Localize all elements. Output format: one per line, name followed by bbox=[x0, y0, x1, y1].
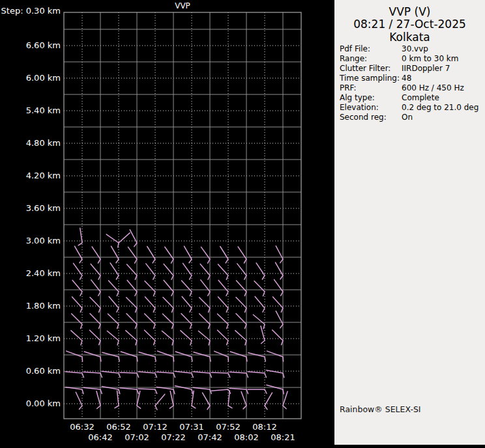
wind-barb bbox=[145, 297, 155, 313]
metadata-value: 30.vvp bbox=[402, 44, 483, 54]
wind-barb bbox=[108, 314, 119, 329]
wind-barb bbox=[75, 246, 83, 263]
wind-barb bbox=[83, 387, 102, 393]
metadata-label: Alg type: bbox=[340, 93, 402, 103]
wind-barb bbox=[139, 352, 156, 361]
wind-barb bbox=[126, 331, 137, 345]
wind-barb bbox=[265, 393, 272, 410]
wind-profile-chart: VVP Step: 0.30 km 6.60 km6.00 km5.40 km4… bbox=[0, 0, 334, 448]
wind-barb bbox=[237, 264, 246, 279]
wind-barb bbox=[272, 330, 283, 345]
wind-barb bbox=[90, 330, 101, 345]
metadata-row: PRF:600 Hz / 450 Hz bbox=[340, 83, 483, 93]
wind-barb bbox=[111, 246, 119, 263]
wind-profile-plot-canvas bbox=[0, 0, 334, 448]
wind-barb bbox=[130, 230, 137, 247]
wind-barb bbox=[201, 247, 211, 263]
y-axis-label: 0.00 km bbox=[0, 399, 61, 409]
x-axis-time-label: 07:31 bbox=[173, 423, 210, 432]
y-axis-label: 3.00 km bbox=[0, 236, 61, 246]
wind-barb bbox=[255, 296, 265, 312]
metadata-value: 0 km to 30 km bbox=[402, 54, 483, 64]
wind-barb bbox=[91, 280, 100, 296]
wind-barb bbox=[146, 264, 155, 279]
y-axis-label: 4.20 km bbox=[0, 171, 61, 181]
wind-barb bbox=[78, 228, 82, 245]
wind-barb bbox=[181, 314, 192, 329]
station-name: Kolkata bbox=[334, 31, 485, 44]
wind-barb bbox=[182, 296, 192, 312]
x-axis-time-label: 07:22 bbox=[155, 433, 192, 442]
wind-barb bbox=[164, 264, 173, 279]
wind-barb bbox=[266, 371, 284, 378]
metadata-row: Second reg:On bbox=[340, 113, 483, 122]
wind-barb bbox=[162, 331, 173, 345]
metadata-value: 600 Hz / 450 Hz bbox=[402, 83, 483, 93]
wind-barb bbox=[273, 297, 283, 313]
wind-barb bbox=[218, 264, 228, 280]
info-panel: VVP (V) 08:21 / 27-Oct-2025 Kolkata Pdf … bbox=[334, 0, 485, 445]
metadata-row: Time sampling:48 bbox=[340, 74, 483, 83]
wind-barb bbox=[163, 298, 173, 313]
app-window: VVP Step: 0.30 km 6.60 km6.00 km5.40 km4… bbox=[0, 0, 485, 448]
wind-barb bbox=[156, 372, 175, 377]
wind-barb bbox=[203, 393, 211, 410]
wind-barb bbox=[107, 331, 119, 345]
wind-barb bbox=[193, 372, 211, 378]
x-axis-time-label: 07:12 bbox=[137, 423, 173, 432]
wind-barb bbox=[126, 314, 137, 329]
metadata-value: IIRDoppler 7 bbox=[402, 64, 483, 74]
y-axis-label: 1.80 km bbox=[0, 301, 61, 311]
wind-barb bbox=[236, 298, 246, 313]
product-title: VVP (V) bbox=[334, 5, 485, 18]
y-axis-label: 0.60 km bbox=[0, 366, 61, 376]
wind-barb bbox=[66, 351, 83, 361]
wind-barb bbox=[128, 247, 138, 263]
x-axis-time-label: 06:42 bbox=[82, 433, 119, 442]
wind-barb bbox=[121, 352, 138, 361]
metadata-label: PRF: bbox=[340, 83, 402, 93]
wind-barb bbox=[238, 247, 246, 263]
metadata-label: Second reg: bbox=[340, 113, 402, 122]
wind-barb bbox=[237, 281, 246, 296]
wind-barb bbox=[253, 315, 265, 329]
wind-barb bbox=[181, 331, 192, 345]
wind-barb bbox=[218, 314, 229, 329]
wind-barb bbox=[230, 352, 247, 361]
wind-barb bbox=[218, 330, 229, 345]
metadata-row: Alg type:Complete bbox=[340, 93, 483, 103]
metadata-label: Clutter Filter: bbox=[340, 64, 402, 74]
x-axis-time-label: 08:21 bbox=[265, 433, 301, 442]
wind-barb bbox=[276, 311, 283, 328]
metadata-value: 0.2 deg to 21.0 deg bbox=[402, 103, 483, 113]
wind-barb bbox=[276, 246, 283, 263]
metadata-value: Complete bbox=[402, 93, 483, 103]
x-axis-time-label: 07:42 bbox=[192, 433, 228, 442]
wind-barb bbox=[84, 352, 101, 361]
wind-barb bbox=[138, 372, 156, 378]
wind-barb bbox=[145, 281, 155, 296]
wind-barb bbox=[96, 391, 100, 409]
wind-barb bbox=[120, 388, 138, 394]
wind-barb bbox=[211, 389, 230, 393]
wind-barb bbox=[261, 326, 265, 344]
metadata-label: Time sampling: bbox=[340, 74, 402, 83]
wind-barb bbox=[110, 263, 119, 279]
metadata-value: 48 bbox=[402, 74, 483, 83]
wind-barb bbox=[156, 387, 175, 393]
scan-datetime: 08:21 / 27-Oct-2025 bbox=[334, 18, 485, 31]
wind-barb bbox=[72, 297, 82, 313]
wind-barb bbox=[200, 264, 210, 279]
wind-barb bbox=[175, 352, 192, 361]
y-axis-label: 2.40 km bbox=[0, 268, 61, 279]
wind-barb bbox=[184, 246, 192, 263]
wind-barb bbox=[127, 280, 137, 296]
y-axis-label: 6.00 km bbox=[0, 73, 61, 83]
wind-barb bbox=[229, 388, 248, 393]
wind-barb bbox=[71, 331, 82, 345]
x-axis-time-label: 07:52 bbox=[210, 423, 246, 432]
y-axis-label: 3.60 km bbox=[0, 203, 61, 214]
wind-barb bbox=[119, 233, 130, 243]
wind-barb bbox=[256, 263, 265, 279]
chart-title: VVP bbox=[64, 1, 301, 10]
